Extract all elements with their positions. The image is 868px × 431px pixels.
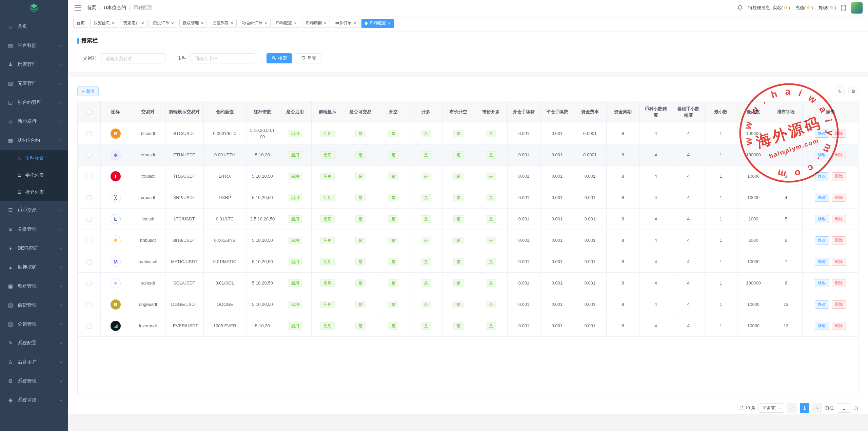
goto-page-input[interactable]: [837, 403, 851, 413]
tab-home[interactable]: 首页: [73, 19, 88, 28]
tab-subscribe-orders[interactable]: 申购订单×: [332, 19, 360, 28]
table-row-ethusdt[interactable]: ◆ethusdtETH/USDT0.001/ETH5,10,20启用启用是是是是…: [78, 144, 858, 165]
sidebar-item-system-manage[interactable]: ⚙系统管理: [0, 372, 68, 391]
row-checkbox[interactable]: [86, 302, 92, 307]
table-row-xrpusdt[interactable]: ╳xrpusdtXRP/USDT1/XRP5,10,20,50启用启用是是是是是…: [78, 187, 858, 208]
sidebar-item-notice-manage[interactable]: ▨公告管理: [0, 315, 68, 334]
sidebar-item-admin-users[interactable]: ♙后台用户: [0, 353, 68, 372]
add-button[interactable]: + 新增: [77, 86, 99, 96]
table-row-maticusdt[interactable]: MmaticusdtMATIC/USDT0.01/MATIC5,10,20,50…: [78, 251, 858, 272]
tab-coin-cycle[interactable]: 币种周期×: [302, 19, 330, 28]
delete-button[interactable]: 删除: [832, 322, 846, 330]
edit-button[interactable]: 修改: [815, 322, 829, 330]
sidebar-subitem-coin-config[interactable]: ◎币种配置: [0, 150, 68, 167]
close-icon[interactable]: ×: [112, 21, 115, 25]
delete-button[interactable]: 删除: [832, 130, 846, 138]
table-row-ltcusdt[interactable]: ŁltcusdtLTC/USDT0.01/LTC2,5,10,20,50启用启用…: [78, 208, 858, 230]
close-icon[interactable]: ×: [294, 21, 297, 25]
close-icon[interactable]: ×: [142, 21, 144, 25]
sidebar-toggle-icon[interactable]: [75, 5, 81, 11]
refresh-button[interactable]: ↻: [835, 86, 845, 96]
sidebar-item-pledge-mining[interactable]: ▲质押挖矿: [0, 258, 68, 277]
table-row-leverusdt[interactable]: ◢leverusdtLEVER/USDT100/LEVER5,10,20启用启用…: [78, 315, 858, 336]
tab-player-users[interactable]: 玩家用户×: [120, 19, 148, 28]
edit-button[interactable]: 修改: [815, 258, 829, 266]
edit-button[interactable]: 修改: [815, 194, 829, 202]
row-checkbox[interactable]: [86, 174, 92, 179]
sidebar-item-defi-mining[interactable]: ♦DEFI挖矿: [0, 239, 68, 258]
sidebar-item-home[interactable]: ⌂首页: [0, 17, 68, 36]
reset-button[interactable]: 重置: [296, 53, 321, 63]
edit-button[interactable]: 修改: [815, 151, 829, 159]
page-size-select[interactable]: 10条/页: [758, 403, 784, 413]
sidebar-item-finance-manage[interactable]: ▣理财管理: [0, 277, 68, 296]
sidebar-subitem-position-list[interactable]: ☰持仓列表: [0, 184, 68, 201]
delete-button[interactable]: 删除: [832, 258, 846, 266]
row-checkbox[interactable]: [86, 217, 92, 222]
delete-button[interactable]: 删除: [832, 151, 846, 159]
delete-button[interactable]: 删除: [832, 236, 846, 244]
sidebar-subitem-order-list[interactable]: ≣委托列表: [0, 167, 68, 184]
delete-button[interactable]: 删除: [832, 279, 846, 287]
row-checkbox[interactable]: [86, 238, 92, 243]
table-row-bnbusdt[interactable]: ❖bnbusdtBNB/USDT0.001/BNB5,10,20,50启用启用是…: [78, 230, 858, 251]
close-icon[interactable]: ×: [388, 21, 391, 25]
select-all-checkbox[interactable]: [86, 110, 92, 115]
sidebar-item-coin-trade[interactable]: ☰币币交易: [0, 201, 68, 220]
app-logo[interactable]: [0, 0, 68, 17]
message-stat-2[interactable]: 充值( 0 )，: [795, 5, 818, 10]
message-stat-3[interactable]: 提现( 0 ): [818, 5, 836, 10]
sidebar-item-system-monitor[interactable]: ◉系统监控: [0, 391, 68, 410]
edit-button[interactable]: 修改: [815, 130, 829, 138]
row-checkbox[interactable]: [86, 324, 92, 329]
column-settings-button[interactable]: ⚙: [848, 86, 859, 96]
table-row-btcusdt[interactable]: BbtcusdtBTC/USDT0.0001/BTC5,10,20,50,100…: [78, 123, 858, 144]
close-icon[interactable]: ×: [264, 21, 267, 25]
tab-coin-config-active[interactable]: 币种配置×: [361, 19, 394, 28]
sidebar-item-system-config[interactable]: ✎系统配置: [0, 334, 68, 353]
sidebar-item-platform-data[interactable]: ▤平台数据: [0, 36, 68, 55]
breadcrumb-item[interactable]: 首页: [87, 5, 96, 11]
row-checkbox[interactable]: [86, 195, 92, 200]
table-row-trxusdt[interactable]: TtrxusdtTRX/USDT1/TRX5,10,20,50启用启用是是是是是…: [78, 165, 858, 187]
page-1-button[interactable]: 1: [800, 403, 809, 413]
prev-page-button[interactable]: ‹: [787, 403, 797, 413]
close-icon[interactable]: ×: [354, 21, 356, 25]
close-icon[interactable]: ×: [324, 21, 327, 25]
sidebar-item-loan-manage[interactable]: ▧借贷管理: [0, 296, 68, 315]
row-checkbox[interactable]: [86, 259, 92, 265]
pair-input[interactable]: [101, 53, 165, 63]
tab-recharge-list[interactable]: 充值列表×: [209, 19, 237, 28]
close-icon[interactable]: ×: [171, 21, 174, 25]
delete-button[interactable]: 删除: [832, 300, 846, 309]
delete-button[interactable]: 删除: [832, 172, 846, 180]
user-avatar[interactable]: [851, 2, 863, 14]
edit-button[interactable]: 修改: [815, 300, 829, 309]
tab-coin-config[interactable]: 币种配置×: [273, 19, 300, 28]
sidebar-item-new-coin[interactable]: ◇新币发行: [0, 112, 68, 131]
table-row-dogeusdt[interactable]: ÐdogeusdtDOGE/USDT1/DOGE5,10,20,50启用启用是是…: [78, 294, 858, 315]
edit-button[interactable]: 修改: [815, 215, 829, 223]
close-icon[interactable]: ×: [201, 21, 204, 25]
sidebar-item-recharge-manage[interactable]: ▥充值管理: [0, 74, 68, 93]
sidebar-item-seconds-contract[interactable]: ◲秒合约管理: [0, 93, 68, 112]
search-button[interactable]: 搜索: [267, 53, 292, 63]
sidebar-item-player-manage[interactable]: ♟玩家管理: [0, 55, 68, 74]
table-row-solusdt[interactable]: ≡solusdtSOL/USDT0.01/SOL5,10,20,50启用启用是是…: [78, 272, 858, 294]
row-checkbox[interactable]: [86, 281, 92, 286]
tab-account-change[interactable]: 账变信息×: [90, 19, 118, 28]
edit-button[interactable]: 修改: [815, 236, 829, 244]
sidebar-item-u-contract[interactable]: ▦U本位合约: [0, 131, 68, 150]
delete-button[interactable]: 删除: [832, 194, 846, 202]
edit-button[interactable]: 修改: [815, 279, 829, 287]
tab-auth-manage[interactable]: 授权管理×: [179, 19, 207, 28]
sidebar-item-exchange-manage[interactable]: ¥兑换管理: [0, 220, 68, 239]
tab-collection-orders[interactable]: 归集订单×: [150, 19, 177, 28]
row-checkbox[interactable]: [86, 153, 92, 158]
row-checkbox[interactable]: [86, 131, 92, 136]
close-icon[interactable]: ×: [231, 21, 233, 25]
delete-button[interactable]: 删除: [832, 215, 846, 223]
edit-button[interactable]: 修改: [815, 172, 829, 180]
notification-bell-icon[interactable]: [737, 5, 743, 11]
coin-input[interactable]: [191, 53, 255, 63]
